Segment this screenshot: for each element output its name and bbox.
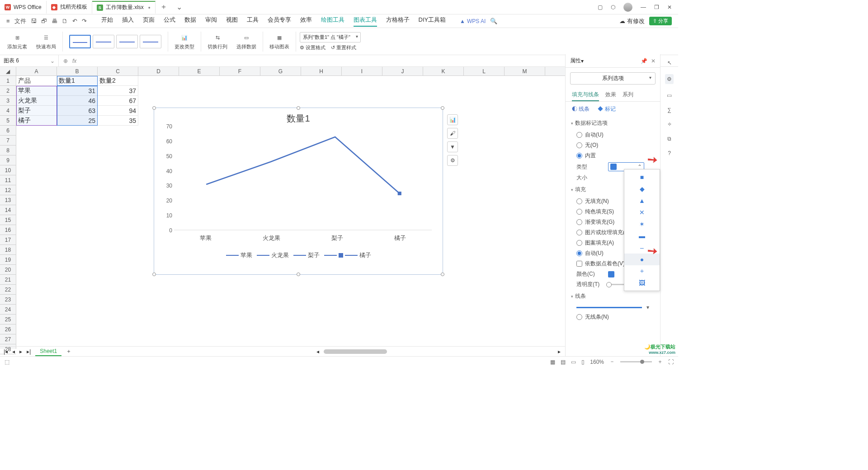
wps-ai[interactable]: ▲WPS AI (460, 18, 486, 24)
cell[interactable]: 46 (57, 96, 98, 106)
col-M[interactable]: M (505, 67, 545, 75)
col-H[interactable]: H (301, 67, 342, 75)
menu-insert[interactable]: 插入 (122, 16, 134, 27)
col-G[interactable]: G (260, 67, 301, 75)
cell[interactable]: 苹果 (16, 86, 57, 96)
add-element[interactable]: ⊞添加元素 (5, 33, 30, 50)
file-menu[interactable]: 文件 (14, 17, 26, 25)
link-marker[interactable]: ◆ 标记 (598, 105, 615, 113)
menu-review[interactable]: 审阅 (205, 16, 217, 27)
row-3[interactable]: 3 (0, 96, 16, 106)
row-22[interactable]: 22 (0, 285, 16, 295)
undo-icon[interactable]: ↶ (72, 18, 77, 24)
zoom-level[interactable]: 160% (590, 359, 604, 365)
panel-close-icon[interactable]: ✕ (651, 58, 656, 64)
win-btn-2[interactable]: ⬡ (611, 4, 615, 10)
add-tab[interactable]: ＋ (156, 2, 172, 12)
view-page-icon[interactable]: ▤ (561, 359, 566, 365)
line-style-preview[interactable] (576, 307, 642, 308)
row-26[interactable]: 26 (0, 324, 16, 334)
cell[interactable]: 37 (98, 86, 138, 96)
sheet-last[interactable]: ▸| (27, 348, 31, 355)
menu-tool[interactable]: 工具 (247, 16, 259, 27)
sheet-prev[interactable]: ◂ (12, 348, 15, 355)
sheet-next[interactable]: ▸ (19, 348, 22, 355)
col-E[interactable]: E (179, 67, 220, 75)
row-20[interactable]: 20 (0, 265, 16, 275)
printer-icon[interactable]: 🖶 (52, 18, 57, 24)
section-marker-options[interactable]: 数据标记选项 (566, 117, 660, 130)
opt-marker-none[interactable]: 无(O) (566, 140, 660, 150)
preview-icon[interactable]: 🗋 (62, 18, 68, 24)
opt-line-none[interactable]: 无线条(N) (566, 312, 660, 322)
view-normal-icon[interactable]: ▦ (550, 359, 555, 365)
side-tools-icon[interactable]: ✧ (667, 121, 672, 127)
quick-layout[interactable]: ☰快速布局 (33, 33, 59, 50)
row-11[interactable]: 11 (0, 175, 16, 185)
cell[interactable]: 94 (98, 106, 138, 116)
col-I[interactable]: I (342, 67, 382, 75)
tab-wps[interactable]: WWPS Office (0, 1, 47, 14)
row-9[interactable]: 9 (0, 155, 16, 165)
avatar[interactable] (623, 3, 632, 12)
side-settings-icon[interactable]: ⚙ (665, 74, 674, 84)
cell[interactable]: 31 (57, 86, 98, 96)
cell-B1[interactable]: 数量1 (57, 76, 98, 86)
row-25[interactable]: 25 (0, 315, 16, 324)
menu-data[interactable]: 数据 (184, 16, 196, 27)
cell[interactable]: 梨子 (16, 106, 57, 116)
marker-dash[interactable]: ▬ (624, 230, 660, 242)
zoom-fn-icon[interactable]: ⊕ (63, 58, 68, 64)
col-B[interactable]: B (57, 67, 98, 75)
select-data[interactable]: ▭选择数据 (234, 33, 259, 50)
cell[interactable]: 35 (98, 116, 138, 126)
tab-effects[interactable]: 效果 (605, 89, 616, 101)
reset-style[interactable]: ↺ 重置样式 (331, 44, 356, 51)
row-6[interactable]: 6 (0, 126, 16, 136)
cloud-modified[interactable]: ☁ 有修改 (619, 17, 645, 25)
marker-star[interactable]: ✶ (624, 218, 660, 230)
marker-selected[interactable] (398, 192, 401, 195)
row-13[interactable]: 13 (0, 195, 16, 205)
row-23[interactable]: 23 (0, 295, 16, 305)
chart-filter-icon[interactable]: ▼ (447, 141, 458, 152)
row-12[interactable]: 12 (0, 185, 16, 195)
chart-object[interactable]: 📊 🖌 ▼ ⚙ 数量1 010203040506070 苹果 火龙果 (154, 108, 443, 275)
close-icon[interactable]: ✕ (667, 4, 672, 10)
marker-triangle[interactable]: ▲ (624, 195, 660, 207)
col-D[interactable]: D (138, 67, 179, 75)
side-select-icon[interactable]: ↖ (667, 60, 672, 66)
row-27[interactable]: 27 (0, 334, 16, 344)
cells[interactable]: 产品 数量1 数量2 苹果 31 37 火龙果 46 67 梨子 63 94 橘… (16, 76, 565, 349)
menu-chart-tools[interactable]: 图表工具 (354, 16, 377, 27)
tab-fill-line[interactable]: 填充与线条 (572, 89, 599, 101)
col-A[interactable]: A (16, 67, 57, 75)
side-device-icon[interactable]: ⧉ (667, 136, 671, 142)
set-format[interactable]: ⚙ 设置格式 (300, 44, 326, 51)
zoom-out[interactable]: － (609, 358, 615, 366)
sheet-1[interactable]: Sheet1 (35, 347, 61, 356)
maximize-icon[interactable]: ❐ (654, 4, 659, 10)
row-2[interactable]: 2 (0, 86, 16, 96)
zoom-in[interactable]: ＋ (657, 358, 663, 366)
h-scrollbar[interactable]: ◂▸ (316, 348, 561, 355)
link-line[interactable]: ◐ 线条 (572, 105, 590, 113)
chart-style-icon[interactable]: 🖌 (447, 128, 458, 139)
menu-member[interactable]: 会员专享 (268, 16, 291, 27)
marker-picture[interactable]: 🖼 (624, 277, 660, 289)
side-help-icon[interactable]: ? (668, 150, 671, 156)
col-F[interactable]: F (220, 67, 260, 75)
row-18[interactable]: 18 (0, 245, 16, 255)
cell-C1[interactable]: 数量2 (98, 76, 138, 86)
menu-view[interactable]: 视图 (226, 16, 238, 27)
minimize-icon[interactable]: — (641, 4, 646, 10)
side-chart-icon[interactable]: ▭ (667, 92, 672, 99)
win-btn-1[interactable]: ▢ (598, 4, 603, 10)
sheet-first[interactable]: |◂ (4, 348, 8, 355)
chart-style-gallery[interactable] (66, 35, 164, 48)
color-swatch[interactable] (608, 271, 614, 277)
add-sheet[interactable]: ＋ (66, 348, 71, 355)
row-24[interactable]: 24 (0, 305, 16, 315)
row-10[interactable]: 10 (0, 165, 16, 175)
section-line[interactable]: 线条 (566, 290, 660, 303)
